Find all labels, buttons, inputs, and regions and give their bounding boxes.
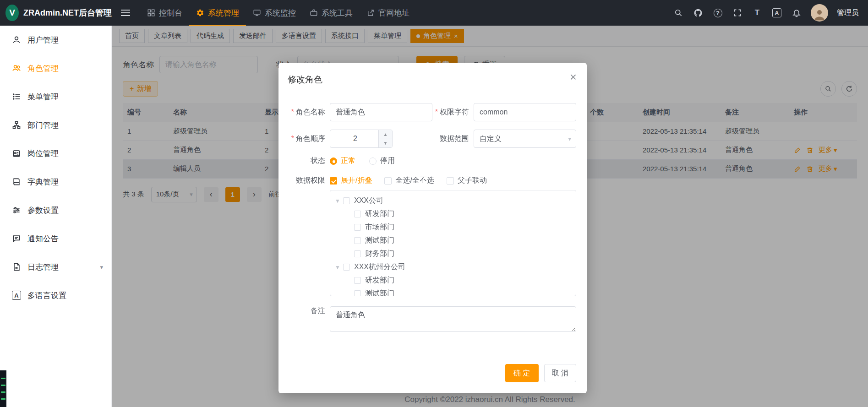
- edit-role-dialog: 修改角色 × 角色名称 权限字符 角色顺序 2 ▲ ▼: [278, 63, 587, 393]
- checkbox-icon[interactable]: [354, 250, 361, 257]
- tree-node[interactable]: ▼ XXX杭州分公司: [330, 260, 576, 274]
- logo-icon: V: [5, 5, 19, 21]
- checkbox-icon: [330, 177, 337, 185]
- role-order-stepper[interactable]: 2 ▲ ▼: [330, 130, 393, 148]
- dashboard-icon: [147, 9, 155, 17]
- checkbox-select-all[interactable]: 全选/全不选: [384, 176, 434, 185]
- checkbox-icon[interactable]: [354, 211, 361, 217]
- close-icon[interactable]: ×: [570, 71, 577, 83]
- decrement-button[interactable]: ▼: [379, 139, 392, 148]
- nav-item-system-monitor[interactable]: 系统监控: [246, 0, 303, 26]
- log-icon: [12, 262, 21, 271]
- checkbox-parent-child[interactable]: 父子联动: [447, 176, 487, 185]
- sidebar-item-roles[interactable]: 角色管理: [0, 54, 111, 82]
- role-name-label: 角色名称: [278, 108, 330, 117]
- tree-node[interactable]: ▼ XXX公司: [330, 194, 576, 207]
- tree-node[interactable]: 测试部门: [330, 234, 576, 247]
- help-icon[interactable]: ?: [712, 7, 723, 18]
- data-scope-label: 数据范围: [432, 134, 474, 144]
- nav-label: 控制台: [159, 8, 182, 18]
- sidebar-item-departments[interactable]: 部门管理: [0, 111, 111, 139]
- department-tree: ▼ XXX公司 研发部门 市场部门 测试部门: [330, 190, 576, 296]
- search-icon[interactable]: [673, 7, 684, 18]
- hamburger-icon[interactable]: [118, 7, 133, 19]
- checkbox-icon: [447, 177, 454, 185]
- data-scope-select[interactable]: 自定义 ▾: [474, 130, 576, 148]
- caret-down-icon[interactable]: ▼: [332, 198, 343, 204]
- top-header: V ZRAdmin.NET后台管理 控制台 系统管理 系统监控 系统工具 官网地…: [0, 0, 868, 26]
- nav-item-official-site[interactable]: 官网地址: [360, 0, 416, 26]
- status-label: 状态: [278, 156, 330, 166]
- tree-node[interactable]: 财务部门: [330, 247, 576, 260]
- checkbox-icon[interactable]: [343, 197, 350, 204]
- increment-button[interactable]: ▲: [379, 130, 392, 139]
- fullscreen-icon[interactable]: [732, 7, 743, 18]
- checkbox-icon[interactable]: [354, 290, 361, 296]
- language-icon[interactable]: A: [771, 7, 782, 18]
- checkbox-expand-collapse[interactable]: 展开/折叠: [330, 176, 372, 185]
- sidebar-item-languages[interactable]: A 多语言设置: [0, 281, 111, 309]
- stepper-controls: ▲ ▼: [378, 130, 392, 147]
- checkbox-icon[interactable]: [354, 237, 361, 244]
- tree-node[interactable]: 测试部门: [330, 287, 576, 296]
- tree-node[interactable]: 研发部门: [330, 274, 576, 287]
- checkbox-icon[interactable]: [354, 224, 361, 231]
- sidebar-item-dictionary[interactable]: 字典管理: [0, 168, 111, 196]
- nav-item-system-manage[interactable]: 系统管理: [189, 0, 246, 26]
- radio-status-normal[interactable]: 正常: [330, 156, 355, 166]
- sidebar-item-logs[interactable]: 日志管理 ▾: [0, 253, 111, 281]
- caret-down-icon[interactable]: ▼: [332, 264, 343, 271]
- logo: V ZRAdmin.NET后台管理: [0, 5, 112, 21]
- perm-char-field[interactable]: [474, 103, 576, 121]
- cancel-button[interactable]: 取 消: [544, 364, 576, 382]
- font-size-icon[interactable]: T: [752, 7, 763, 18]
- tree-node[interactable]: 市场部门: [330, 221, 576, 234]
- nav-label: 系统工具: [322, 8, 353, 18]
- nav-item-console[interactable]: 控制台: [140, 0, 189, 26]
- role-order-label: 角色顺序: [278, 134, 330, 144]
- radio-status-disabled[interactable]: 停用: [369, 156, 395, 166]
- bell-icon[interactable]: [791, 7, 802, 18]
- tree-node[interactable]: 研发部门: [330, 207, 576, 221]
- avatar[interactable]: [811, 4, 828, 22]
- nav-label: 系统监控: [265, 8, 296, 18]
- sidebar-item-users[interactable]: 用户管理: [0, 26, 111, 54]
- sidebar-item-posts[interactable]: 岗位管理: [0, 139, 111, 168]
- sliders-icon: [12, 206, 21, 215]
- radio-icon: [330, 157, 337, 165]
- announcement-icon: [12, 234, 21, 243]
- header-actions: ? T A 管理员: [673, 4, 868, 22]
- user-name[interactable]: 管理员: [837, 8, 859, 18]
- dialog-body: 角色名称 权限字符 角色顺序 2 ▲ ▼ 数: [278, 103, 587, 332]
- roles-icon: [12, 64, 21, 73]
- monitor-icon: [253, 9, 261, 17]
- external-link-icon: [366, 9, 375, 17]
- remark-textarea[interactable]: 普通角色: [330, 306, 576, 332]
- checkbox-icon: [384, 177, 392, 185]
- confirm-button[interactable]: 确 定: [505, 364, 538, 382]
- chevron-down-icon: ▾: [100, 264, 103, 271]
- org-tree-icon: [12, 120, 21, 130]
- gear-icon: [196, 9, 204, 17]
- book-icon: [12, 177, 21, 186]
- github-icon[interactable]: [693, 7, 704, 18]
- role-name-field[interactable]: [330, 103, 432, 121]
- sidebar-item-menus[interactable]: 菜单管理: [0, 82, 111, 111]
- perm-char-label: 权限字符: [432, 108, 474, 117]
- nav-label: 官网地址: [378, 8, 409, 18]
- radio-icon: [369, 157, 377, 165]
- sidebar-item-announcements[interactable]: 通知公告: [0, 224, 111, 253]
- recording-indicator: [0, 370, 6, 407]
- menu-list-icon: [12, 92, 21, 101]
- app-title: ZRAdmin.NET后台管理: [23, 7, 112, 18]
- chevron-down-icon: ▾: [568, 136, 571, 142]
- nav-label: 系统管理: [208, 8, 239, 18]
- remark-label: 备注: [278, 306, 330, 332]
- sidebar-item-parameters[interactable]: 参数设置: [0, 196, 111, 224]
- language-box-icon: A: [12, 291, 21, 300]
- checkbox-icon[interactable]: [343, 264, 350, 271]
- dialog-footer: 确 定 取 消: [505, 364, 576, 382]
- nav-item-system-tools[interactable]: 系统工具: [303, 0, 360, 26]
- checkbox-icon[interactable]: [354, 277, 361, 284]
- badge-icon: [12, 149, 21, 158]
